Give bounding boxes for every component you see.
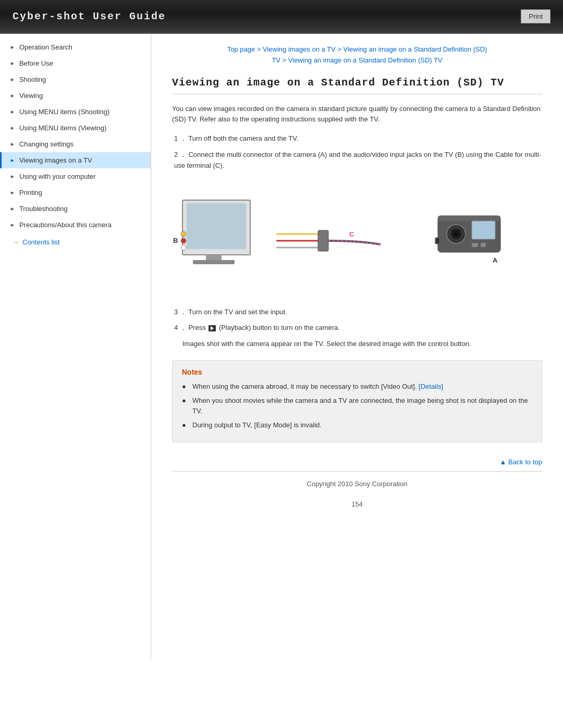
steps-3-4: 3 ． Turn on the TV and set the input. 4 …: [172, 307, 542, 350]
playback-icon: [209, 325, 216, 331]
note-3-text: During output to TV, [Easy Mode] is inva…: [192, 420, 322, 430]
arrow-icon: ►: [10, 157, 15, 163]
sidebar-item-label: Viewing images on a TV: [19, 156, 92, 164]
arrow-icon: ►: [10, 93, 15, 98]
arrow-icon: ►: [10, 60, 15, 66]
arrow-icon: ►: [10, 141, 15, 147]
breadcrumb-tv-sd[interactable]: TV > Viewing an image on a Standard Defi…: [272, 56, 442, 64]
note-1-text: When using the camera abroad, it may be …: [192, 381, 443, 392]
sidebar-item-label: Shooting: [19, 76, 46, 83]
sidebar-item-label: Using MENU items (Viewing): [19, 124, 106, 132]
sidebar-item-using-menu-viewing[interactable]: ► Using MENU items (Viewing): [0, 120, 151, 136]
app-title: Cyber-shot User Guide: [13, 10, 166, 22]
sidebar-item-shooting[interactable]: ► Shooting: [0, 71, 151, 88]
sidebar-item-viewing[interactable]: ► Viewing: [0, 88, 151, 104]
step-4: 4 ． Press (Playback) button to turn on t…: [172, 323, 542, 334]
note-bullet-3: ●: [182, 420, 188, 430]
sidebar-item-operation-search[interactable]: ► Operation Search: [0, 39, 151, 55]
svg-point-6: [181, 238, 186, 243]
svg-text:C: C: [349, 230, 354, 238]
arrow-icon: ►: [10, 125, 15, 131]
tv-diagram: B: [172, 195, 255, 283]
note-item-2: ● When you shoot movies while the camera…: [182, 396, 532, 416]
steps-list: 1 ． Turn off both the camera and the TV.…: [172, 133, 542, 171]
copyright-text: Copyright 2010 Sony Corporation: [307, 480, 408, 488]
sidebar-item-label: Printing: [19, 189, 42, 196]
diagram-area: B C: [172, 182, 542, 297]
main-layout: ► Operation Search ► Before Use ► Shooti…: [0, 34, 563, 659]
sidebar: ► Operation Search ► Before Use ► Shooti…: [0, 34, 151, 659]
svg-rect-14: [438, 216, 500, 221]
intro-text: You can view images recorded on the came…: [172, 104, 542, 126]
footer: Copyright 2010 Sony Corporation: [172, 471, 542, 496]
svg-rect-20: [481, 243, 486, 247]
arrow-icon: ►: [10, 206, 15, 212]
contents-list-label: Contents list: [22, 238, 60, 246]
notes-section: Notes ● When using the camera abroad, it…: [172, 360, 542, 442]
svg-rect-18: [472, 221, 495, 239]
svg-rect-11: [318, 230, 328, 251]
sidebar-item-label: Viewing: [19, 92, 43, 100]
sidebar-item-label: Precautions/About this camera: [19, 221, 112, 229]
step-1: 1 ． Turn off both the camera and the TV.: [172, 133, 542, 144]
arrow-icon: ►: [10, 174, 15, 179]
arrow-icon: ►: [10, 44, 15, 50]
step-4-extra: Images shot with the camera appear on th…: [172, 339, 542, 350]
sidebar-item-using-menu-shooting[interactable]: ► Using MENU items (Shooting): [0, 104, 151, 120]
arrow-icon: ►: [10, 77, 15, 82]
sidebar-item-before-use[interactable]: ► Before Use: [0, 55, 151, 71]
back-to-top-label: Back to top: [508, 458, 542, 466]
sidebar-item-label: Troubleshooting: [19, 205, 68, 213]
sidebar-item-changing-settings[interactable]: ► Changing settings: [0, 136, 151, 152]
breadcrumb-viewing-images-tv[interactable]: Viewing images on a TV: [263, 45, 336, 53]
arrow-right-icon: →: [13, 238, 19, 246]
cable-diagram: C: [276, 195, 412, 283]
contents-list-link[interactable]: → Contents list: [0, 233, 151, 251]
step-3-text: Turn on the TV and set the input.: [188, 308, 287, 316]
step-3: 3 ． Turn on the TV and set the input.: [172, 307, 542, 318]
note-1-link[interactable]: [Details]: [419, 382, 443, 390]
svg-rect-19: [472, 243, 478, 247]
breadcrumb-viewing-image-sd[interactable]: Viewing an image on a Standard Definitio…: [344, 45, 487, 53]
sidebar-item-troubleshooting[interactable]: ► Troubleshooting: [0, 201, 151, 217]
note-bullet-2: ●: [182, 396, 188, 406]
breadcrumb-line2: TV > Viewing an image on a Standard Defi…: [172, 55, 542, 66]
page-number: 154: [172, 496, 542, 512]
sidebar-item-printing[interactable]: ► Printing: [0, 184, 151, 201]
arrow-icon: ►: [10, 190, 15, 195]
svg-point-17: [453, 231, 459, 237]
breadcrumb-sep1: >: [257, 45, 263, 53]
print-button[interactable]: Print: [521, 9, 550, 23]
breadcrumb-sep2: >: [337, 45, 343, 53]
back-to-top-icon: ▲: [499, 458, 508, 466]
page-title: Viewing an image on a Standard Definitio…: [172, 77, 542, 94]
sidebar-item-label: Changing settings: [19, 140, 74, 148]
svg-rect-2: [206, 255, 222, 260]
note-item-1: ● When using the camera abroad, it may b…: [182, 381, 532, 392]
svg-point-7: [181, 245, 186, 250]
sidebar-item-precautions[interactable]: ► Precautions/About this camera: [0, 217, 151, 233]
svg-rect-21: [435, 238, 439, 244]
step-1-text: 1 ． Turn off both the camera and the TV.: [174, 134, 298, 142]
svg-point-5: [181, 231, 186, 237]
sidebar-item-label: Using MENU items (Shooting): [19, 108, 109, 116]
breadcrumb: Top page > Viewing images on a TV > View…: [172, 44, 542, 66]
back-to-top[interactable]: ▲ Back to top: [172, 453, 542, 471]
arrow-icon: ►: [10, 222, 15, 228]
sidebar-item-label: Operation Search: [19, 43, 72, 51]
svg-text:B: B: [173, 237, 178, 244]
sidebar-item-label: Using with your computer: [19, 172, 96, 180]
breadcrumb-top-page[interactable]: Top page: [227, 45, 255, 53]
step-2-text: 2 ． Connect the multi connector of the c…: [174, 151, 541, 169]
svg-rect-3: [193, 260, 235, 264]
arrow-icon: ►: [10, 109, 15, 115]
svg-rect-1: [187, 203, 246, 249]
breadcrumb-line1: Top page > Viewing images on a TV > View…: [172, 44, 542, 55]
note-item-3: ● During output to TV, [Easy Mode] is in…: [182, 420, 532, 430]
sidebar-item-using-computer[interactable]: ► Using with your computer: [0, 168, 151, 184]
sidebar-item-viewing-images-tv[interactable]: ► Viewing images on a TV: [0, 152, 151, 168]
sidebar-item-label: Before Use: [19, 59, 53, 67]
step-2: 2 ． Connect the multi connector of the c…: [172, 150, 542, 171]
header: Cyber-shot User Guide Print: [0, 0, 563, 34]
svg-text:A: A: [493, 256, 498, 264]
